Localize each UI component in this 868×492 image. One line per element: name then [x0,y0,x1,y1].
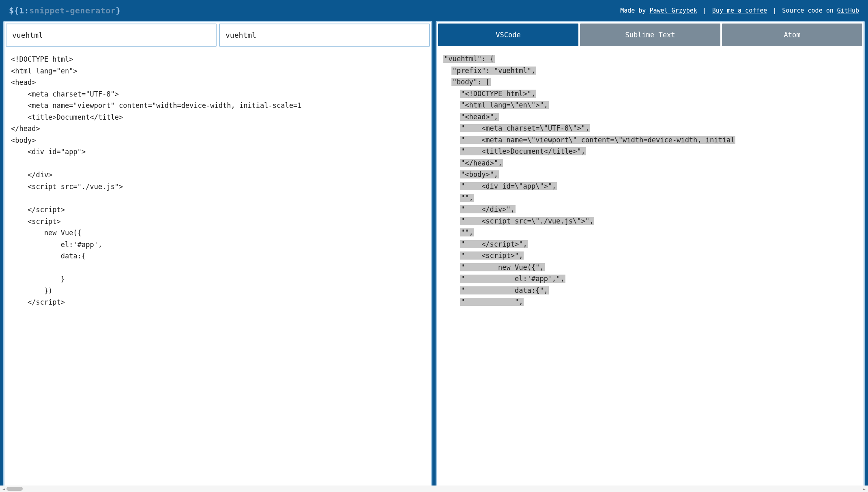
input-panel-header [4,22,431,48]
logo: ${1:snippet-generator} [9,6,121,15]
output-token: "", [460,194,474,202]
output-token: " <script>", [460,251,524,260]
tab-vscode[interactable]: VSCode [438,24,578,46]
scroll-right-arrow-icon[interactable]: ► [863,487,866,491]
output-token: "<head>", [460,113,499,121]
author-link[interactable]: Pawel Grzybek [649,7,697,14]
output-token: " ", [460,298,524,306]
header: ${1:snippet-generator} Made by Pawel Grz… [0,0,868,21]
output-token: " </script>", [460,240,528,248]
logo-prefix: ${1: [9,6,29,15]
source-group: Source code on GitHub [782,7,859,14]
output-token: "body": [ [451,78,490,86]
output-token: " <div id=\"app\">", [460,182,557,190]
output-token: " <script src=\"./vue.js\">", [460,217,595,225]
made-by-group: Made by Pawel Grzybek [620,7,697,14]
snippet-textarea[interactable] [4,48,431,488]
separator: | [703,7,707,14]
output-token: "", [460,228,474,236]
description-input[interactable] [6,24,217,47]
scroll-left-arrow-icon[interactable]: ◄ [2,487,5,491]
horizontal-scrollbar[interactable]: ◄ ► [0,486,868,492]
tab-sublime[interactable]: Sublime Text [580,24,720,46]
input-panel [3,21,432,489]
main-container: VSCode Sublime Text Atom "vuehtml": { "p… [0,21,868,492]
output-token: " data:{", [460,286,549,294]
separator: | [773,7,776,14]
output-token: " </div>", [460,205,516,213]
output-token: " el:'#app',", [460,275,565,283]
output-token: "vuehtml": { [443,55,495,63]
output-panel: VSCode Sublime Text Atom "vuehtml": { "p… [436,21,865,489]
source-text: Source code on [782,7,837,14]
app-root: ${1:snippet-generator} Made by Pawel Grz… [0,0,868,492]
logo-suffix: } [116,6,121,15]
logo-main: snippet-generator [29,6,116,15]
output-token: " <title>Document</title>", [460,147,586,155]
header-links: Made by Pawel Grzybek | Buy me a coffee … [620,7,859,14]
scrollbar-thumb[interactable] [6,487,23,491]
output-token: " <meta name=\"viewport\" content=\"widt… [460,136,736,144]
output-token: "prefix": "vuehtml", [451,67,536,75]
tab-row: VSCode Sublime Text Atom [437,22,864,47]
output-code[interactable]: "vuehtml": { "prefix": "vuehtml", "body"… [437,47,864,488]
github-link[interactable]: GitHub [837,7,859,14]
output-token: "</head>", [460,159,503,167]
output-token: "<!DOCTYPE html>", [460,90,536,98]
output-token: "<html lang=\"en\">", [460,101,549,109]
made-by-text: Made by [620,7,649,14]
output-token: " new Vue({", [460,263,545,271]
output-token: " <meta charset=\"UTF-8\">", [460,124,590,132]
tab-trigger-input[interactable] [219,24,430,47]
coffee-link[interactable]: Buy me a coffee [712,7,767,14]
output-token: "<body>", [460,170,499,178]
tab-atom[interactable]: Atom [722,24,862,46]
